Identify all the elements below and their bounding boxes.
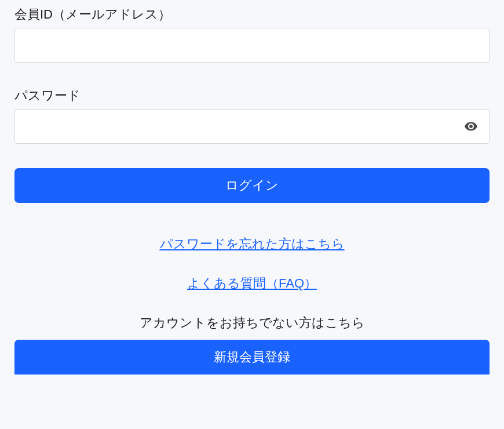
email-input-wrapper bbox=[14, 28, 490, 63]
email-input[interactable] bbox=[14, 28, 490, 63]
password-input[interactable] bbox=[14, 109, 490, 144]
email-label: 会員ID（メールアドレス） bbox=[14, 6, 490, 23]
forgot-password-row: パスワードを忘れた方はこちら bbox=[14, 235, 490, 253]
signup-section: アカウントをお持ちでない方はこちら 新規会員登録 bbox=[14, 314, 490, 375]
eye-icon bbox=[464, 119, 478, 133]
email-group: 会員ID（メールアドレス） bbox=[14, 6, 490, 63]
signup-prompt: アカウントをお持ちでない方はこちら bbox=[14, 314, 490, 332]
faq-row: よくある質問（FAQ） bbox=[14, 275, 490, 292]
register-button-label: 新規会員登録 bbox=[214, 348, 290, 366]
login-button-label: ログイン bbox=[225, 177, 279, 194]
password-input-wrapper bbox=[14, 109, 490, 144]
password-group: パスワード bbox=[14, 87, 490, 144]
password-label: パスワード bbox=[14, 87, 490, 104]
forgot-password-link[interactable]: パスワードを忘れた方はこちら bbox=[160, 237, 345, 251]
faq-link[interactable]: よくある質問（FAQ） bbox=[187, 276, 317, 290]
register-button[interactable]: 新規会員登録 bbox=[14, 340, 490, 375]
login-button[interactable]: ログイン bbox=[14, 168, 490, 203]
toggle-password-visibility-button[interactable] bbox=[463, 118, 479, 134]
